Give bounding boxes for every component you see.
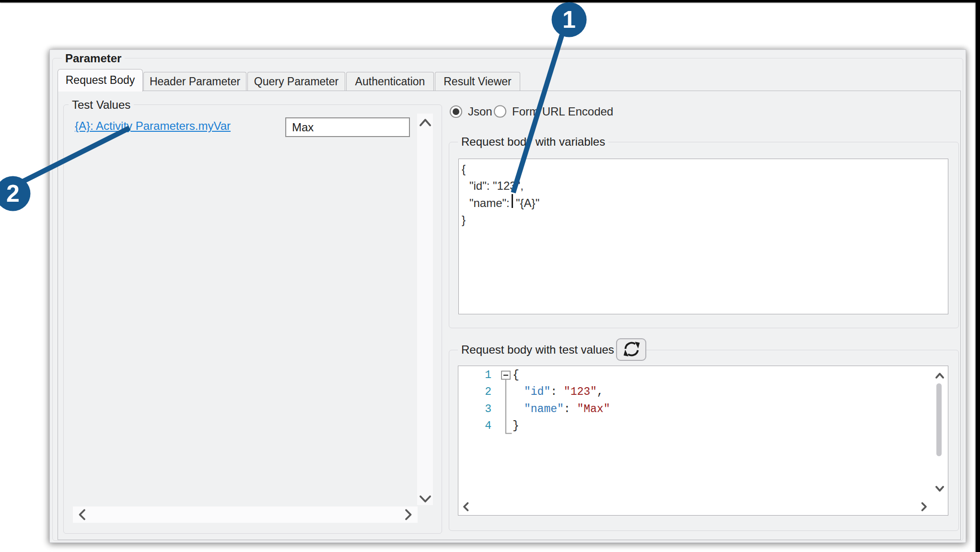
svg-text:2: 2 [6, 180, 20, 207]
svg-text:1: 1 [562, 6, 576, 33]
